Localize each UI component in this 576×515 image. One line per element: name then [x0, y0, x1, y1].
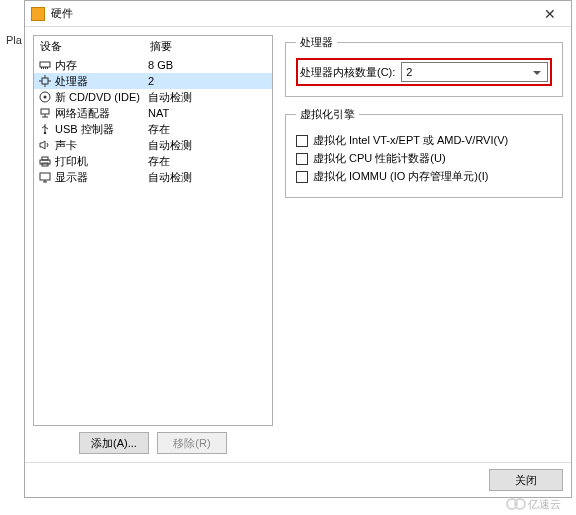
svg-rect-19	[40, 173, 50, 180]
printer-icon	[38, 155, 52, 167]
header-device: 设备	[40, 39, 150, 54]
device-name: 处理器	[55, 74, 148, 88]
hardware-list-header: 设备 摘要	[34, 36, 272, 57]
svg-point-15	[44, 132, 47, 135]
device-summary: NAT	[148, 106, 268, 120]
svg-rect-2	[43, 67, 44, 69]
device-summary: 8 GB	[148, 58, 268, 72]
background-text: Pla	[6, 34, 22, 46]
processors-group: 处理器 处理器内核数量(C): 2	[285, 35, 563, 97]
remove-button[interactable]: 移除(R)	[157, 432, 227, 454]
watermark: 亿速云	[506, 493, 576, 515]
sound-icon	[38, 139, 52, 151]
usb-icon	[38, 123, 52, 135]
virt-cpu-label: 虚拟化 CPU 性能计数器(U)	[313, 151, 446, 166]
hardware-buttons: 添加(A)... 移除(R)	[33, 432, 273, 454]
dialog-content: 设备 摘要 内存8 GB处理器2新 CD/DVD (IDE)自动检测网络适配器N…	[25, 27, 571, 462]
dialog-footer: 关闭	[25, 462, 571, 497]
left-column: 设备 摘要 内存8 GB处理器2新 CD/DVD (IDE)自动检测网络适配器N…	[33, 35, 273, 454]
memory-icon	[38, 59, 52, 71]
device-name: 显示器	[55, 170, 148, 184]
checkbox-icon[interactable]	[296, 171, 308, 183]
processor-cores-row: 处理器内核数量(C): 2	[296, 58, 552, 86]
network-icon	[38, 107, 52, 119]
virtualization-group: 虚拟化引擎 虚拟化 Intel VT-x/EPT 或 AMD-V/RVI(V) …	[285, 107, 563, 198]
svg-rect-1	[41, 67, 42, 69]
device-name: 声卡	[55, 138, 148, 152]
titlebar: 硬件 ✕	[25, 1, 571, 27]
device-name: 内存	[55, 58, 148, 72]
hardware-list: 设备 摘要 内存8 GB处理器2新 CD/DVD (IDE)自动检测网络适配器N…	[33, 35, 273, 426]
svg-rect-5	[42, 78, 48, 84]
svg-rect-0	[40, 62, 50, 67]
virt-vt-row[interactable]: 虚拟化 Intel VT-x/EPT 或 AMD-V/RVI(V)	[296, 133, 552, 148]
right-column: 处理器 处理器内核数量(C): 2 虚拟化引擎 虚拟化 Intel VT-x/E…	[281, 35, 563, 454]
hardware-row[interactable]: 内存8 GB	[34, 57, 272, 73]
device-summary: 存在	[148, 154, 268, 168]
hardware-row[interactable]: 声卡自动检测	[34, 137, 272, 153]
device-summary: 自动检测	[148, 170, 268, 184]
virtualization-legend: 虚拟化引擎	[296, 107, 359, 122]
device-summary: 自动检测	[148, 90, 268, 104]
display-icon	[38, 171, 52, 183]
svg-rect-4	[47, 67, 48, 69]
device-name: 网络适配器	[55, 106, 148, 120]
device-name: 新 CD/DVD (IDE)	[55, 90, 148, 104]
dialog-title: 硬件	[51, 6, 535, 21]
processors-legend: 处理器	[296, 35, 337, 50]
device-name: 打印机	[55, 154, 148, 168]
hardware-row[interactable]: 显示器自动检测	[34, 169, 272, 185]
watermark-text: 亿速云	[528, 497, 561, 512]
hardware-row[interactable]: USB 控制器存在	[34, 121, 272, 137]
device-summary: 自动检测	[148, 138, 268, 152]
cores-label: 处理器内核数量(C):	[300, 65, 395, 80]
vmware-icon	[31, 7, 45, 21]
device-summary: 2	[148, 74, 268, 88]
cpu-icon	[38, 75, 52, 87]
cores-select[interactable]: 2	[401, 62, 548, 82]
header-summary: 摘要	[150, 39, 266, 54]
watermark-circle-icon	[514, 498, 526, 510]
virt-cpu-row[interactable]: 虚拟化 CPU 性能计数器(U)	[296, 151, 552, 166]
hardware-row[interactable]: 网络适配器NAT	[34, 105, 272, 121]
svg-rect-12	[41, 109, 49, 114]
hardware-row[interactable]: 打印机存在	[34, 153, 272, 169]
hardware-row[interactable]: 处理器2	[34, 73, 272, 89]
checkbox-icon[interactable]	[296, 153, 308, 165]
device-summary: 存在	[148, 122, 268, 136]
add-button[interactable]: 添加(A)...	[79, 432, 149, 454]
hardware-dialog: 硬件 ✕ 设备 摘要 内存8 GB处理器2新 CD/DVD (IDE)自动检测网…	[24, 0, 572, 498]
checkbox-icon[interactable]	[296, 135, 308, 147]
disc-icon	[38, 91, 52, 103]
cores-value: 2	[406, 66, 412, 78]
close-dialog-button[interactable]: 关闭	[489, 469, 563, 491]
virt-iommu-row[interactable]: 虚拟化 IOMMU (IO 内存管理单元)(I)	[296, 169, 552, 184]
device-name: USB 控制器	[55, 122, 148, 136]
svg-point-11	[44, 96, 47, 99]
virt-iommu-label: 虚拟化 IOMMU (IO 内存管理单元)(I)	[313, 169, 488, 184]
hardware-row[interactable]: 新 CD/DVD (IDE)自动检测	[34, 89, 272, 105]
virt-vt-label: 虚拟化 Intel VT-x/EPT 或 AMD-V/RVI(V)	[313, 133, 508, 148]
svg-rect-3	[45, 67, 46, 69]
close-button[interactable]: ✕	[535, 4, 565, 24]
